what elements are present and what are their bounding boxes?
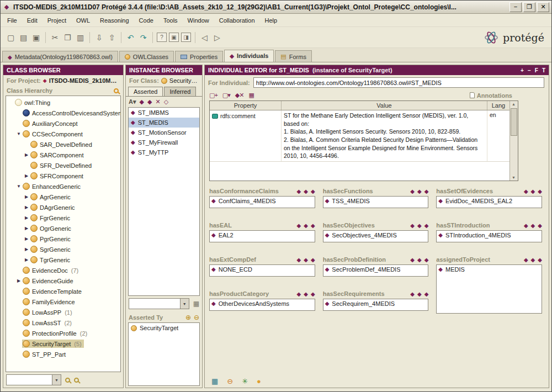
tree-item-fgrgeneric[interactable]: ▶FgrGeneric (6, 213, 120, 223)
tree-item-tgrgeneric[interactable]: ▶TgrGeneric (6, 255, 120, 265)
expand-arrow-icon[interactable]: ▶ (23, 194, 30, 199)
tree-item-evidencetemplate[interactable]: EvidenceTemplate (6, 286, 120, 296)
tree-item-protectionprofile[interactable]: ProtectionProfile(2) (6, 328, 120, 338)
tree-item-familyevidence[interactable]: FamilyEvidence (6, 296, 120, 307)
property-value-item[interactable]: ◆SecObjectives_4MEDIS (325, 232, 427, 239)
search-class-icon[interactable] (114, 88, 119, 93)
column-header-property[interactable]: Property (210, 101, 282, 110)
add-value-icon[interactable]: ◆ (304, 223, 308, 229)
menu-file[interactable]: File (2, 15, 22, 25)
help-icon[interactable]: ? (157, 33, 167, 42)
remove-value-icon[interactable]: ◆ (311, 188, 315, 194)
expand-arrow-icon[interactable]: ▶ (23, 173, 30, 178)
name-rendering-icon[interactable]: A▾ (129, 98, 136, 105)
property-value-item[interactable]: ◆EvidDoc_4MEDIS_EAL2 (438, 198, 540, 204)
add-value-icon[interactable]: ◆ (417, 223, 422, 229)
remove-value-icon[interactable]: ◆ (424, 291, 429, 297)
menu-tools[interactable]: Tools (158, 15, 183, 25)
find-class-icon[interactable] (65, 378, 70, 383)
expand-arrow-icon[interactable]: ▶ (23, 236, 30, 241)
property-value-item[interactable]: ◆NONE_ECD (211, 266, 313, 273)
menu-reasoning[interactable]: Reasoning (95, 15, 134, 25)
minus-control-button[interactable]: − (528, 67, 531, 73)
remove-value-icon[interactable]: ◆ (311, 257, 315, 263)
expand-arrow-icon[interactable]: ▼ (15, 131, 22, 136)
detach-tab-icon[interactable]: ◨ (181, 33, 191, 42)
tree-item-owl-thing[interactable]: owl:Thing (6, 97, 120, 108)
tree-item-lowassst[interactable]: LowAssST(2) (6, 317, 120, 328)
remove-value-icon[interactable]: ◆ (424, 188, 429, 194)
tree-item-enhancedgeneric[interactable]: ▼EnhancedGeneric (6, 181, 120, 192)
add-value-icon[interactable]: ◆ (417, 257, 422, 263)
individual-uri-input[interactable] (253, 77, 544, 88)
create-value-icon[interactable]: ◆ (410, 188, 415, 194)
add-reference-icon[interactable]: ◇ (164, 98, 168, 105)
tree-item-st-pp-part[interactable]: ST_PP_Part (6, 349, 120, 359)
menu-help[interactable]: Help (260, 15, 283, 25)
configure-tabs-icon[interactable]: ▣ (169, 33, 179, 42)
instance-st-myttp[interactable]: ◆ST_MyTTP (129, 147, 199, 157)
remove-value-icon[interactable]: ◆ (311, 223, 315, 229)
tree-item-sfr-develdefined[interactable]: SFR_DevelDefined (6, 160, 120, 171)
column-header-value[interactable]: Value (282, 101, 487, 110)
forward-icon[interactable]: ▷ (211, 31, 224, 44)
archive-project-icon[interactable]: ⇩ (93, 31, 105, 44)
tree-item-sarcomponent[interactable]: ▶SARComponent (6, 150, 120, 160)
class-relation-dropdown[interactable] (6, 374, 61, 385)
add-value-icon[interactable]: ◆ (531, 188, 535, 194)
tab-forms[interactable]: ▤Forms (275, 50, 312, 62)
expand-arrow-icon[interactable]: ▼ (15, 184, 22, 189)
copy-instance-icon[interactable]: ◆ (147, 98, 152, 105)
property-value-item[interactable]: ◆SecProblemDef_4MEDIS (325, 266, 427, 273)
new-project-icon[interactable]: ▢ (4, 31, 17, 44)
annotation-row[interactable]: rdfs:commentST for the Methane Early Det… (210, 110, 509, 162)
tree-item-evidencedoc[interactable]: EvidenceDoc(7) (6, 265, 120, 276)
tree-item-sfrcomponent[interactable]: ▶SFRComponent (6, 171, 120, 181)
tree-item-dagrgeneric[interactable]: ▶DAgrGeneric (6, 202, 120, 213)
menu-project[interactable]: Project (43, 15, 71, 25)
deprecate-icon[interactable]: ⊖ (227, 377, 233, 385)
tree-item-auxiliaryconcept[interactable]: AuxiliaryConcept (6, 118, 120, 129)
f-control-button[interactable]: F (535, 67, 538, 73)
maximize-button[interactable]: ❐ (523, 2, 535, 12)
instance-tab-asserted[interactable]: Asserted (128, 87, 163, 96)
create-value-icon[interactable]: ◆ (524, 188, 528, 194)
property-value-item[interactable]: ◆STIntroduction_4MEDIS (438, 232, 540, 239)
remove-value-icon[interactable]: ◆ (311, 291, 315, 297)
remove-value-icon[interactable]: ◆ (538, 188, 542, 194)
remove-value-icon[interactable]: ◆ (538, 257, 542, 263)
expand-arrow-icon[interactable]: ▶ (23, 226, 30, 231)
tab-individuals[interactable]: ◆Individuals (224, 50, 274, 62)
redo-icon[interactable]: ↷ (137, 31, 150, 44)
create-annotation-icon[interactable]: ▢+ (209, 92, 217, 99)
paste-icon[interactable]: ▥ (74, 31, 87, 44)
t-control-button[interactable]: T (542, 67, 545, 73)
menu-owl[interactable]: OWL (71, 15, 95, 25)
create-value-icon[interactable]: ◆ (297, 188, 301, 194)
back-icon[interactable]: ◁ (198, 31, 211, 44)
tree-item-lowasspp[interactable]: LowAssPP(1) (6, 307, 120, 317)
expand-arrow-icon[interactable]: ▶ (23, 215, 30, 220)
instance-st-motionsensor[interactable]: ◆ST_MotionSensor (129, 128, 199, 137)
create-instance-icon[interactable]: ◆ (139, 98, 144, 105)
tree-item-ogrgeneric[interactable]: ▶OgrGeneric (6, 223, 120, 234)
remove-value-icon[interactable]: ◆ (424, 223, 429, 229)
column-header-lang[interactable]: Lang (487, 101, 509, 110)
add-value-icon[interactable]: ◆ (531, 257, 535, 263)
asserted-class-icon[interactable]: ● (257, 377, 261, 385)
tree-item-securitytarget[interactable]: SecurityTarget(5) (6, 338, 120, 349)
instance-st-myfirewall[interactable]: ◆ST_MyFirewall (129, 137, 199, 147)
delete-instance-icon[interactable]: ✕ (155, 98, 160, 105)
tab-owlclasses[interactable]: OWLClasses (119, 51, 174, 62)
minimize-button[interactable]: − (509, 2, 522, 12)
delete-annotation-icon[interactable]: ◆✕ (235, 92, 244, 99)
create-value-icon[interactable]: ◆ (297, 257, 301, 263)
expand-arrow-icon[interactable]: ▶ (23, 205, 30, 210)
tab-properties[interactable]: Properties (175, 51, 223, 62)
add-value-icon[interactable]: ◆ (417, 188, 422, 194)
add-type-icon[interactable]: ⊕ (185, 314, 191, 321)
menu-collaboration[interactable]: Collaboration (214, 15, 260, 25)
add-value-icon[interactable]: ◆ (304, 257, 308, 263)
close-button[interactable]: ✕ (537, 2, 549, 12)
create-value-icon[interactable]: ◆ (410, 223, 415, 229)
